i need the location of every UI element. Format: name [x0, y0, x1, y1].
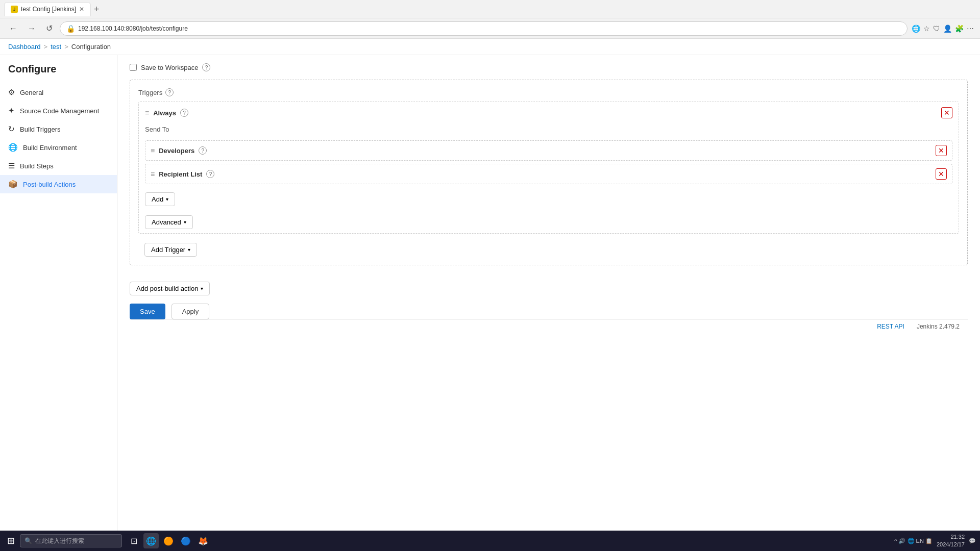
save-button[interactable]: Save	[130, 304, 165, 319]
back-button[interactable]: ←	[6, 23, 20, 34]
rest-api-link[interactable]: REST API	[877, 323, 904, 330]
menu-icon[interactable]: ⋯	[967, 24, 974, 33]
tab-favicon: J	[11, 6, 18, 13]
refresh-button[interactable]: ↺	[43, 22, 56, 34]
sidebar: Configure ⚙ General ✦ Source Code Manage…	[0, 55, 117, 531]
save-to-workspace-label: Save to Workspace	[141, 64, 198, 71]
developers-title: Developers	[159, 147, 194, 155]
recipient-list-drag-handle[interactable]: ≡	[151, 170, 155, 178]
breadcrumb-sep1: >	[44, 43, 48, 51]
tab-close-button[interactable]: ✕	[79, 6, 84, 13]
taskbar-app-ps[interactable]: 🔵	[178, 533, 193, 548]
save-to-workspace-row: Save to Workspace ?	[130, 63, 968, 71]
sidebar-item-general[interactable]: ⚙ General	[0, 83, 117, 102]
advanced-button-row: Advanced ▾	[139, 211, 959, 233]
sidebar-item-build-environment[interactable]: 🌐 Build Environment	[0, 138, 117, 157]
build-environment-icon: 🌐	[8, 143, 18, 152]
advanced-label: Advanced	[152, 218, 181, 226]
save-to-workspace-checkbox[interactable]	[130, 64, 137, 71]
always-drag-handle[interactable]: ≡	[145, 109, 149, 117]
taskbar-search[interactable]: 🔍 在此键入进行搜索	[20, 534, 122, 547]
forward-button[interactable]: →	[24, 23, 39, 34]
add-post-build-chevron-icon: ▾	[201, 286, 203, 291]
sidebar-item-build-steps[interactable]: ☰ Build Steps	[0, 157, 117, 175]
add-trigger-chevron-icon: ▾	[188, 247, 190, 253]
jenkins-version: Jenkins 2.479.2	[917, 323, 960, 330]
profile-icon[interactable]: 👤	[943, 24, 952, 33]
nav-icons: 🌐 ☆ 🛡 👤 🧩 ⋯	[912, 24, 974, 33]
triggers-text: Triggers	[138, 89, 162, 96]
add-dropdown-button[interactable]: Add ▾	[145, 192, 175, 206]
developers-help-icon[interactable]: ?	[199, 146, 207, 155]
content-area: Save to Workspace ? Triggers ? ≡ Always …	[117, 55, 980, 531]
breadcrumb-dashboard[interactable]: Dashboard	[8, 43, 41, 51]
recipient-list-title: Recipient List	[159, 170, 202, 178]
sidebar-label-general: General	[20, 89, 43, 96]
save-apply-row: Save Apply	[130, 304, 968, 319]
new-tab-button[interactable]: +	[94, 5, 100, 14]
add-trigger-label: Add Trigger	[151, 246, 185, 254]
shield-icon[interactable]: 🛡	[933, 24, 940, 33]
breadcrumb: Dashboard > test > Configuration	[0, 39, 980, 55]
send-to-label: Send To	[139, 123, 959, 137]
always-help-icon[interactable]: ?	[180, 109, 188, 117]
add-trigger-button[interactable]: Add Trigger ▾	[144, 243, 197, 257]
developers-item: ≡ Developers ? ✕	[145, 140, 952, 161]
taskbar-sys-icons: ^ 🔊 🌐 EN 📋	[894, 538, 933, 544]
extensions-icon[interactable]: 🧩	[955, 24, 964, 33]
sidebar-label-source-code: Source Code Management	[20, 107, 99, 115]
taskbar-apps: ⊡ 🌐 🟠 🔵 🦊	[126, 533, 211, 548]
advanced-dropdown-button[interactable]: Advanced ▾	[145, 215, 193, 229]
taskbar-app-taskview[interactable]: ⊡	[126, 533, 141, 548]
taskbar-search-icon: 🔍	[24, 537, 32, 544]
source-code-icon: ✦	[8, 106, 15, 115]
sidebar-title: Configure	[0, 63, 117, 83]
address-bar[interactable]: 🔒 192.168.100.140:8080/job/test/configur…	[60, 21, 908, 36]
star-icon[interactable]: ☆	[923, 24, 930, 33]
recipient-list-item: ≡ Recipient List ? ✕	[145, 164, 952, 184]
taskbar: ⊞ 🔍 在此键入进行搜索 ⊡ 🌐 🟠 🔵 🦊 ^ 🔊 🌐 EN 📋 21:32 …	[0, 531, 980, 551]
save-to-workspace-help-icon[interactable]: ?	[202, 63, 210, 71]
sidebar-label-post-build-actions: Post-build Actions	[23, 181, 76, 188]
sidebar-label-build-steps: Build Steps	[20, 162, 54, 170]
taskbar-app-firefox[interactable]: 🦊	[195, 533, 211, 548]
sidebar-item-post-build-actions[interactable]: 📦 Post-build Actions	[0, 175, 117, 193]
recipient-list-remove-button[interactable]: ✕	[936, 168, 947, 180]
add-chevron-icon: ▾	[166, 196, 168, 202]
main-layout: Configure ⚙ General ✦ Source Code Manage…	[0, 55, 980, 531]
security-icon: 🔒	[66, 24, 75, 33]
taskbar-app-chrome[interactable]: 🌐	[143, 533, 159, 548]
add-post-build-label: Add post-build action	[136, 285, 198, 292]
add-post-build-button[interactable]: Add post-build action ▾	[130, 282, 210, 295]
build-triggers-icon: ↻	[8, 124, 15, 134]
always-remove-button[interactable]: ✕	[941, 107, 952, 118]
recipient-list-help-icon[interactable]: ?	[206, 170, 214, 178]
page-container: Dashboard > test > Configuration Configu…	[0, 39, 980, 531]
add-trigger-row: Add Trigger ▾	[138, 238, 959, 257]
browser-tab[interactable]: J test Config [Jenkins] ✕	[4, 2, 91, 16]
taskbar-search-placeholder: 在此键入进行搜索	[35, 537, 84, 545]
triggers-label: Triggers ?	[138, 88, 959, 96]
sidebar-item-source-code[interactable]: ✦ Source Code Management	[0, 102, 117, 120]
taskbar-app-orange[interactable]: 🟠	[161, 533, 176, 548]
taskbar-right: ^ 🔊 🌐 EN 📋 21:32 2024/12/17 💬	[894, 533, 976, 549]
breadcrumb-test[interactable]: test	[51, 43, 61, 51]
developers-remove-button[interactable]: ✕	[936, 145, 947, 156]
triggers-section: Triggers ? ≡ Always ? ✕ Send To ≡	[130, 80, 968, 265]
developers-drag-handle[interactable]: ≡	[151, 146, 155, 155]
always-trigger-box: ≡ Always ? ✕ Send To ≡ Developers ? ✕	[138, 102, 959, 234]
always-trigger-header: ≡ Always ? ✕	[139, 102, 959, 123]
translate-icon[interactable]: 🌐	[912, 24, 920, 33]
general-icon: ⚙	[8, 88, 15, 97]
tab-title: test Config [Jenkins]	[21, 6, 76, 13]
sidebar-label-build-environment: Build Environment	[23, 144, 77, 152]
sidebar-item-build-triggers[interactable]: ↻ Build Triggers	[0, 120, 117, 138]
browser-nav: ← → ↺ 🔒 192.168.100.140:8080/job/test/co…	[0, 18, 980, 39]
triggers-help-icon[interactable]: ?	[165, 88, 174, 96]
always-trigger-title: Always	[153, 109, 176, 117]
apply-button[interactable]: Apply	[172, 304, 210, 319]
add-label: Add	[152, 195, 163, 203]
taskbar-notification-icon[interactable]: 💬	[969, 538, 976, 544]
sidebar-label-build-triggers: Build Triggers	[20, 126, 60, 133]
start-button[interactable]: ⊞	[4, 534, 18, 547]
